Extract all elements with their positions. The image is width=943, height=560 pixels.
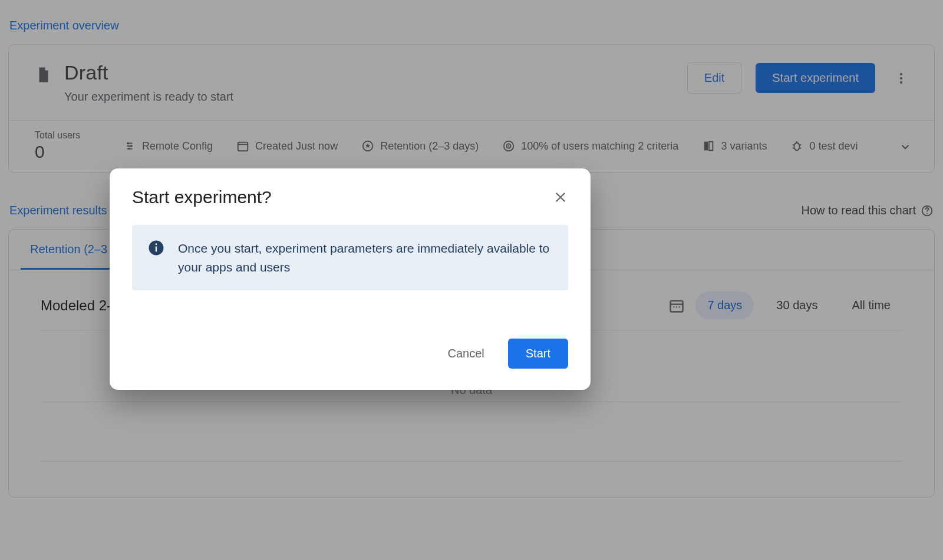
dialog-title: Start experiment? <box>132 187 272 207</box>
info-banner: Once you start, experiment parameters ar… <box>132 225 568 290</box>
svg-rect-20 <box>156 247 157 252</box>
cancel-button[interactable]: Cancel <box>434 339 497 369</box>
start-experiment-dialog: Start experiment? Once you start, experi… <box>110 168 591 390</box>
close-icon[interactable] <box>553 190 568 205</box>
info-icon <box>147 239 165 257</box>
svg-rect-21 <box>156 244 157 246</box>
info-text: Once you start, experiment parameters ar… <box>178 239 553 276</box>
confirm-start-button[interactable]: Start <box>508 339 568 369</box>
